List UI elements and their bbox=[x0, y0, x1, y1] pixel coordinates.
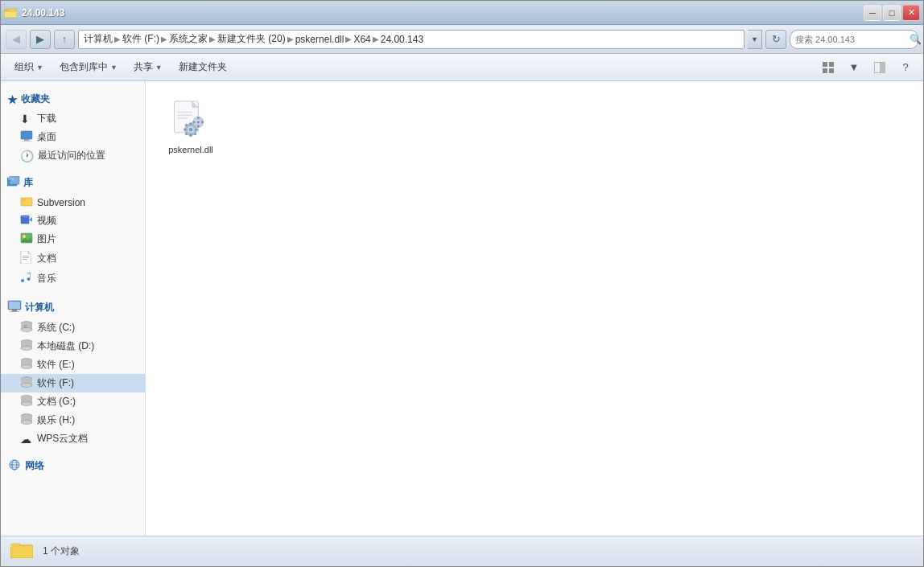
title-icon bbox=[4, 6, 17, 19]
doc-icon bbox=[20, 251, 33, 266]
sidebar-item-g[interactable]: 文档 (G:) bbox=[1, 392, 145, 411]
sidebar-item-h[interactable]: 娱乐 (H:) bbox=[1, 411, 145, 429]
network-section[interactable]: 网络 bbox=[1, 454, 145, 476]
svg-rect-25 bbox=[23, 257, 29, 258]
help-button[interactable]: ? bbox=[894, 57, 917, 78]
svg-rect-19 bbox=[22, 216, 28, 217]
svg-point-72 bbox=[196, 121, 200, 124]
network-icon bbox=[7, 459, 22, 473]
status-folder-icon bbox=[10, 540, 33, 562]
sidebar-item-doc[interactable]: 文档 bbox=[1, 249, 145, 269]
svg-rect-11 bbox=[22, 141, 31, 142]
svg-rect-62 bbox=[190, 122, 192, 125]
view-dropdown-button[interactable]: ▼ bbox=[843, 57, 865, 78]
window-title: 24.00.143 bbox=[22, 7, 64, 18]
new-folder-button[interactable]: 新建文件夹 bbox=[171, 57, 234, 78]
svg-rect-14 bbox=[8, 179, 14, 179]
sidebar-item-music[interactable]: 音乐 bbox=[1, 269, 145, 289]
favorites-icon: ★ bbox=[7, 93, 18, 106]
sidebar-item-c[interactable]: C 系统 (C:) bbox=[1, 318, 145, 337]
sidebar-item-e[interactable]: 软件 (E:) bbox=[1, 355, 145, 374]
svg-rect-56 bbox=[177, 112, 192, 113]
path-folder1: 系统之家 bbox=[169, 32, 208, 46]
search-box[interactable]: 🔍 bbox=[790, 30, 918, 49]
favorites-section[interactable]: ★ 收藏夹 bbox=[1, 88, 145, 109]
toolbar: 组织 ▼ 包含到库中 ▼ 共享 ▼ 新建文件夹 ▼ bbox=[1, 54, 923, 81]
search-input[interactable] bbox=[795, 35, 906, 44]
svg-point-46 bbox=[21, 402, 32, 406]
svg-rect-65 bbox=[196, 129, 198, 131]
svg-rect-16 bbox=[21, 198, 26, 201]
up-button[interactable]: ↑ bbox=[54, 30, 75, 49]
sidebar-item-recent[interactable]: 🕐 最近访问的位置 bbox=[1, 146, 145, 165]
svg-rect-8 bbox=[881, 62, 885, 73]
sidebar-item-d[interactable]: 本地磁盘 (D:) bbox=[1, 337, 145, 355]
explorer-window: 24.00.143 ─ □ ✕ ◀ ▶ ↑ 计算机 ▶ 软件 (F:) ▶ 系统… bbox=[0, 0, 924, 567]
file-area: pskernel.dll bbox=[146, 81, 923, 536]
svg-rect-57 bbox=[177, 115, 192, 116]
svg-rect-64 bbox=[184, 129, 186, 131]
sidebar-item-video[interactable]: 视频 bbox=[1, 212, 145, 230]
maximize-button[interactable]: □ bbox=[883, 5, 901, 21]
file-item-dll[interactable]: pskernel.dll bbox=[159, 94, 223, 160]
share-button[interactable]: 共享 ▼ bbox=[126, 57, 170, 78]
address-path[interactable]: 计算机 ▶ 软件 (F:) ▶ 系统之家 ▶ 新建文件夹 (20) ▶ pske… bbox=[78, 30, 745, 49]
file-grid: pskernel.dll bbox=[159, 94, 910, 523]
path-folder3: pskernel.dll bbox=[295, 34, 344, 45]
sidebar-item-desktop[interactable]: 桌面 bbox=[1, 128, 145, 146]
sidebar-item-f[interactable]: 软件 (F:) bbox=[1, 374, 145, 392]
path-current: 24.00.143 bbox=[381, 34, 423, 45]
include-dropdown-icon: ▼ bbox=[110, 64, 118, 72]
drive-d-icon bbox=[20, 339, 33, 353]
sidebar-item-download[interactable]: ⬇ 下载 bbox=[1, 109, 145, 128]
forward-button[interactable]: ▶ bbox=[30, 30, 51, 49]
svg-rect-29 bbox=[12, 310, 17, 311]
svg-rect-74 bbox=[197, 125, 200, 128]
music-icon bbox=[20, 271, 33, 286]
svg-marker-18 bbox=[29, 217, 32, 222]
wps-icon: ☁ bbox=[20, 433, 33, 446]
svg-rect-3 bbox=[823, 62, 827, 67]
image-icon bbox=[20, 232, 33, 246]
drive-e-icon bbox=[20, 358, 33, 372]
address-dropdown[interactable]: ▼ bbox=[748, 30, 762, 49]
svg-rect-79 bbox=[10, 545, 33, 558]
drive-c-icon: C bbox=[20, 321, 33, 335]
sidebar-item-subversion[interactable]: Subversion bbox=[1, 193, 145, 212]
path-computer: 计算机 bbox=[84, 32, 113, 46]
refresh-button[interactable]: ↻ bbox=[765, 30, 786, 49]
svg-rect-28 bbox=[9, 302, 20, 309]
back-button[interactable]: ◀ bbox=[6, 30, 27, 49]
svg-rect-63 bbox=[190, 134, 192, 137]
forward-icon: ▶ bbox=[36, 33, 44, 45]
library-section[interactable]: 库 bbox=[1, 171, 145, 193]
sidebar-item-image[interactable]: 图片 bbox=[1, 230, 145, 249]
video-icon bbox=[20, 214, 33, 228]
dll-icon bbox=[170, 100, 212, 142]
svg-rect-24 bbox=[23, 256, 29, 257]
computer-section[interactable]: 计算机 bbox=[1, 295, 145, 318]
svg-rect-75 bbox=[192, 121, 195, 123]
computer-icon bbox=[7, 300, 22, 315]
view-icon bbox=[823, 62, 834, 73]
close-button[interactable]: ✕ bbox=[902, 5, 920, 21]
svg-rect-5 bbox=[823, 68, 827, 73]
sidebar-item-wps[interactable]: ☁ WPS云文档 bbox=[1, 429, 145, 448]
svg-point-61 bbox=[189, 128, 193, 132]
svg-point-37 bbox=[21, 347, 32, 351]
recent-icon: 🕐 bbox=[20, 150, 34, 162]
include-library-button[interactable]: 包含到库中 ▼ bbox=[52, 57, 125, 78]
minimize-button[interactable]: ─ bbox=[864, 5, 881, 21]
search-icon[interactable]: 🔍 bbox=[910, 34, 922, 45]
back-icon: ◀ bbox=[12, 33, 20, 45]
preview-icon bbox=[874, 62, 885, 73]
file-name: pskernel.dll bbox=[168, 145, 213, 154]
svg-rect-73 bbox=[197, 117, 200, 119]
svg-point-43 bbox=[21, 384, 32, 388]
svg-rect-58 bbox=[177, 117, 188, 118]
preview-pane-button[interactable] bbox=[868, 57, 891, 78]
change-view-button[interactable] bbox=[817, 57, 839, 78]
address-bar: ◀ ▶ ↑ 计算机 ▶ 软件 (F:) ▶ 系统之家 ▶ 新建文件夹 (20) … bbox=[1, 25, 923, 54]
svg-rect-30 bbox=[10, 311, 19, 312]
organize-button[interactable]: 组织 ▼ bbox=[7, 57, 51, 78]
